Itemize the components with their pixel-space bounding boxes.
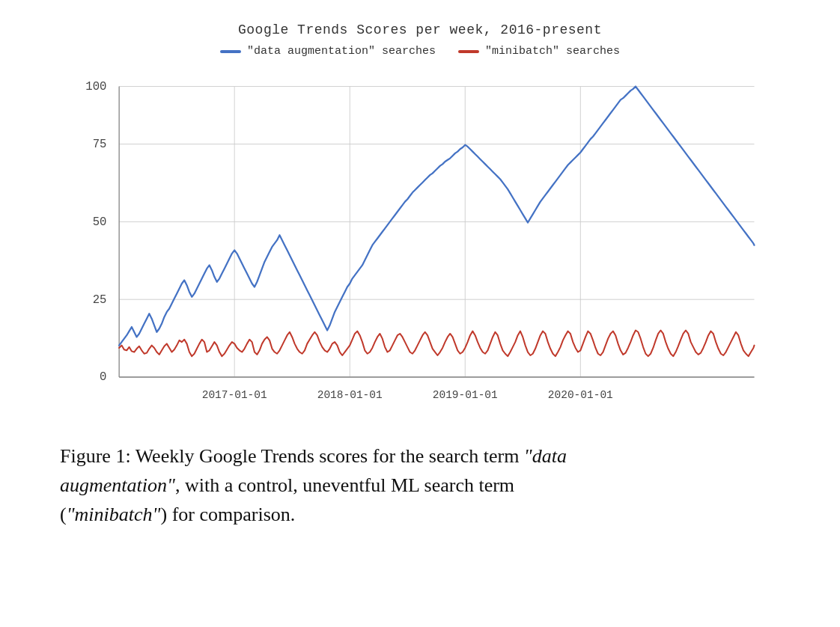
chart-title: Google Trends Scores per week, 2016-pres…	[238, 22, 602, 37]
chart-svg: 0 25 50 75 100 2017-01-01 2018-01-01 201…	[61, 68, 779, 419]
legend-item-data-augmentation: "data augmentation" searches	[220, 45, 436, 58]
line-data-augmentation	[119, 87, 754, 346]
x-label-2019: 2019-01-01	[433, 389, 498, 401]
x-label-2017: 2017-01-01	[202, 389, 267, 401]
y-label-75: 75	[93, 138, 107, 151]
y-label-25: 25	[93, 293, 107, 307]
chart-area: 0 25 50 75 100 2017-01-01 2018-01-01 201…	[61, 68, 779, 419]
legend-item-minibatch: "minibatch" searches	[458, 45, 620, 58]
legend-line-red	[458, 50, 479, 53]
y-label-0: 0	[100, 370, 106, 384]
legend-label-minibatch: "minibatch" searches	[485, 45, 620, 58]
caption-prefix: Figure 1: Weekly Google Trends scores fo…	[60, 445, 524, 467]
y-label-100: 100	[85, 80, 106, 94]
legend-label-data-augmentation: "data augmentation" searches	[247, 45, 436, 58]
y-label-50: 50	[93, 215, 107, 229]
line-minibatch	[119, 331, 754, 357]
x-label-2020: 2020-01-01	[548, 389, 613, 401]
x-label-2018: 2018-01-01	[317, 389, 383, 401]
caption-term2: "minibatch"	[67, 504, 161, 525]
chart-container: Google Trends Scores per week, 2016-pres…	[61, 22, 779, 419]
legend-line-blue	[220, 50, 241, 53]
figure-caption: Figure 1: Weekly Google Trends scores fo…	[45, 441, 599, 529]
caption-suffix: ) for comparison.	[161, 504, 296, 525]
chart-legend: "data augmentation" searches "minibatch"…	[220, 45, 620, 58]
